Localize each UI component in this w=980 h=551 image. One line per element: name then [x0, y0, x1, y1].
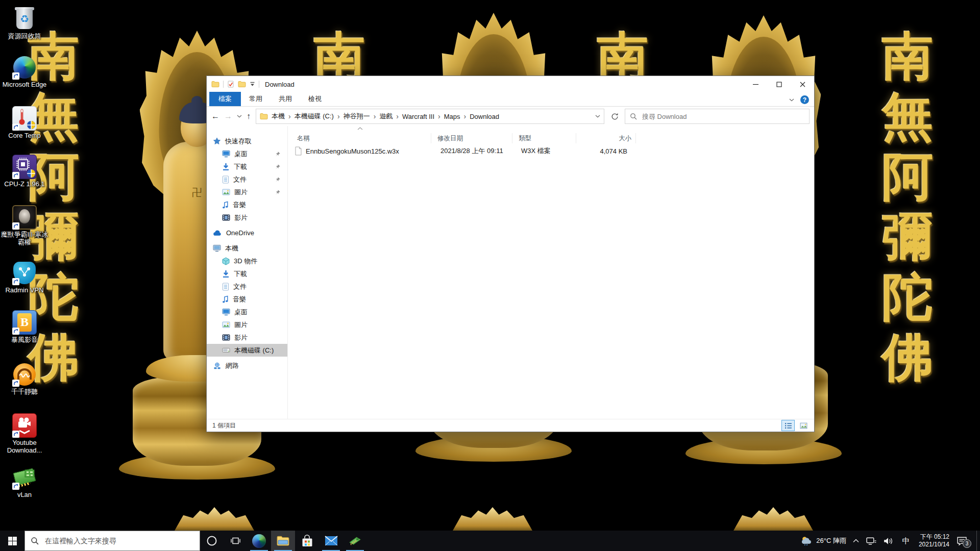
sidebar-item-local-disk-c[interactable]: 本機磁碟 (C:)	[207, 344, 287, 357]
breadcrumb-chevron-icon[interactable]: ›	[437, 112, 442, 120]
cortana-button[interactable]	[200, 531, 224, 551]
desktop-icon-youtube-downloader[interactable]: Youtube Download...	[0, 413, 49, 454]
start-button[interactable]	[0, 531, 24, 551]
halo-flame-tip	[453, 507, 532, 531]
taskbar-search-input[interactable]	[44, 536, 194, 545]
tab-share[interactable]: 共用	[271, 92, 300, 106]
sidebar-section-onedrive[interactable]: OneDrive	[207, 227, 287, 239]
clock-widget[interactable]: 下午 05:12 2021/10/14	[917, 531, 951, 551]
desktop-icon-core-temp[interactable]: Core Temp	[0, 106, 49, 140]
refresh-button[interactable]	[607, 109, 622, 123]
desktop-icon-radmin-vpn[interactable]: Radmin VPN	[0, 261, 49, 294]
column-header-name[interactable]: 名稱	[291, 133, 431, 143]
sidebar-item-music[interactable]: 音樂	[207, 198, 287, 211]
breadcrumb-chevron-icon[interactable]: ›	[336, 112, 341, 120]
sidebar-item-pictures[interactable]: 圖片	[207, 186, 287, 198]
mantra-char: 無	[882, 90, 933, 143]
recent-locations-icon[interactable]	[237, 115, 242, 118]
volume-tray-icon[interactable]	[882, 531, 895, 551]
sidebar-item-videos[interactable]: 影片	[207, 211, 287, 224]
desktop-icon-recycle-bin[interactable]: ♻資源回收筒	[0, 7, 49, 40]
search-input[interactable]	[641, 112, 804, 121]
sidebar-label: 3D 物件	[234, 257, 257, 266]
ribbon-expand-icon[interactable]	[789, 98, 794, 102]
youtube-downloader-icon	[12, 413, 37, 438]
breadcrumb-chevron-icon[interactable]: ›	[373, 112, 377, 120]
task-view-button[interactable]	[224, 531, 247, 551]
taskbar-app-mail[interactable]	[319, 531, 343, 551]
desktop-icon-warcraft-3-frozen-throne[interactable]: 魔獸爭霸III-寒冰霸權	[0, 205, 49, 246]
column-header-type[interactable]: 類型	[512, 133, 576, 143]
taskbar-app-file-explorer[interactable]	[271, 531, 295, 551]
tab-home[interactable]: 常用	[241, 92, 271, 106]
folder-icon[interactable]	[238, 81, 246, 88]
shortcut-arrow-icon	[12, 328, 19, 335]
desktop-icon-microsoft-edge[interactable]: Microsoft Edge	[0, 55, 49, 89]
sidebar-item-music[interactable]: 音樂	[207, 293, 287, 306]
breadcrumb-segment[interactable]: Warcraft III	[400, 111, 437, 122]
sidebar-label: 音樂	[233, 201, 246, 210]
sidebar-item-documents[interactable]: 文件	[207, 173, 287, 186]
pin-icon	[275, 164, 281, 170]
weather-widget[interactable]: 26°C 陣雨	[799, 531, 847, 551]
folder-icon[interactable]	[260, 113, 268, 120]
close-button[interactable]	[791, 76, 814, 92]
column-header-size[interactable]: 大小	[576, 133, 636, 143]
taskbar-app-vlan[interactable]	[343, 531, 367, 551]
breadcrumb-segment[interactable]: Maps	[442, 111, 463, 122]
sidebar-item-downloads[interactable]: 下載	[207, 160, 287, 173]
details-view-button[interactable]	[781, 420, 795, 431]
column-header-date-modified[interactable]: 修改日期	[431, 133, 512, 143]
breadcrumb-segment[interactable]: 本機	[269, 110, 287, 122]
desktop-icon-baofeng-player[interactable]: B暴風影音	[0, 310, 49, 344]
forward-button[interactable]: →	[224, 112, 232, 121]
sidebar-item-videos[interactable]: 影片	[207, 331, 287, 344]
file-row[interactable]: EnnbuSengokuMuson125c.w3x2021/8/28 上午 09…	[291, 145, 814, 157]
breadcrumb-segment[interactable]: Download	[467, 111, 502, 122]
title-bar: Download	[207, 76, 814, 92]
sidebar-section-quick-access[interactable]: 快速存取	[207, 135, 287, 147]
desktop-folder-icon	[222, 150, 230, 158]
show-desktop-button[interactable]	[976, 531, 980, 551]
taskbar-app-edge[interactable]	[247, 531, 271, 551]
breadcrumb-segment[interactable]: 神谷翔一	[341, 110, 373, 122]
maximize-button[interactable]	[767, 76, 791, 92]
tray-overflow-button[interactable]	[852, 531, 860, 551]
ime-indicator[interactable]: 中	[899, 531, 913, 551]
mail-icon	[325, 536, 338, 546]
breadcrumb-chevron-icon[interactable]: ›	[287, 112, 292, 120]
sidebar-item-desktop[interactable]: 桌面	[207, 147, 287, 160]
up-button[interactable]: ↑	[247, 112, 251, 121]
back-button[interactable]: ←	[211, 112, 219, 121]
network-tray-icon[interactable]	[865, 531, 877, 551]
thumbnails-view-button[interactable]	[797, 420, 810, 431]
sidebar-item-downloads[interactable]: 下載	[207, 267, 287, 280]
desktop-icon-ttplayer[interactable]: 千千靜聽	[0, 362, 49, 396]
address-dropdown-icon[interactable]	[595, 115, 600, 118]
sidebar-item-documents[interactable]: 文件	[207, 280, 287, 293]
sidebar-item-desktop[interactable]: 桌面	[207, 306, 287, 318]
breadcrumb-segment[interactable]: 遊戲	[377, 110, 395, 122]
desktop-icon-cpu-z[interactable]: CPU-Z 1.96.1	[0, 155, 49, 188]
sidebar-label: 本機磁碟 (C:)	[234, 346, 274, 355]
sidebar-item-3d-objects[interactable]: 3D 物件	[207, 255, 287, 267]
breadcrumb-chevron-icon[interactable]: ›	[395, 112, 400, 120]
mantra-char: 阿	[882, 150, 933, 203]
action-center-button[interactable]: 3	[955, 531, 971, 551]
sidebar-item-pictures[interactable]: 圖片	[207, 318, 287, 331]
folder-icon[interactable]	[211, 81, 219, 88]
qat-customize-icon[interactable]	[250, 82, 255, 87]
help-button[interactable]: ?	[800, 95, 809, 104]
tab-file[interactable]: 檔案	[209, 92, 241, 106]
desktop-icon-label: Radmin VPN	[0, 287, 49, 294]
desktop-icon-vlan[interactable]: vLan	[0, 465, 49, 499]
breadcrumb-segment[interactable]: 本機磁碟 (C:)	[292, 110, 336, 122]
sidebar-section-this-pc[interactable]: 本機	[207, 242, 287, 255]
properties-check-icon[interactable]	[227, 81, 234, 88]
sidebar-section-network[interactable]: 網路	[207, 359, 287, 372]
tab-view[interactable]: 檢視	[300, 92, 330, 106]
taskbar-app-microsoft-store[interactable]	[295, 531, 319, 551]
mantra-char: 陀	[882, 270, 933, 323]
breadcrumb-chevron-icon[interactable]: ›	[463, 112, 468, 120]
minimize-button[interactable]	[744, 76, 767, 92]
